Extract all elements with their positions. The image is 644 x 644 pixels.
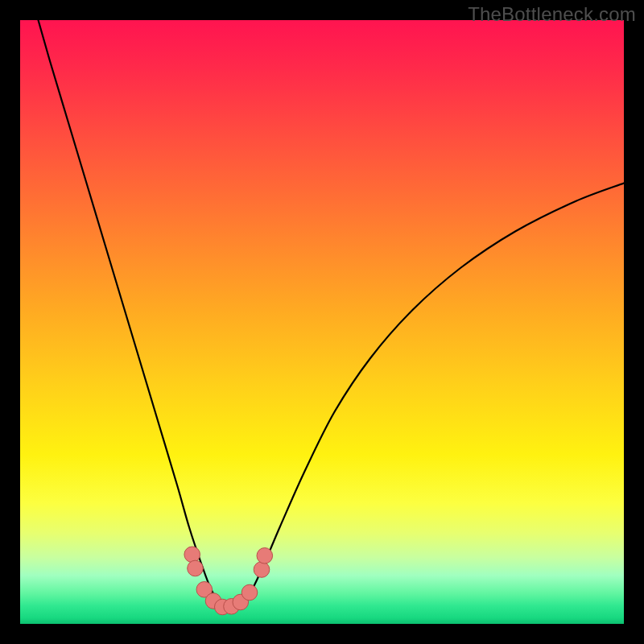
marker-dot: [254, 562, 270, 578]
chart-svg: [20, 20, 624, 624]
highlight-dots: [184, 547, 273, 615]
marker-dot: [242, 584, 258, 601]
marker-dot: [257, 548, 273, 564]
marker-dot: [184, 547, 200, 563]
watermark-text: TheBottleneck.com: [468, 3, 636, 26]
plot-area: [20, 20, 624, 624]
app-frame: TheBottleneck.com: [0, 0, 644, 644]
bottleneck-curve: [39, 20, 625, 609]
marker-dot: [188, 560, 204, 576]
